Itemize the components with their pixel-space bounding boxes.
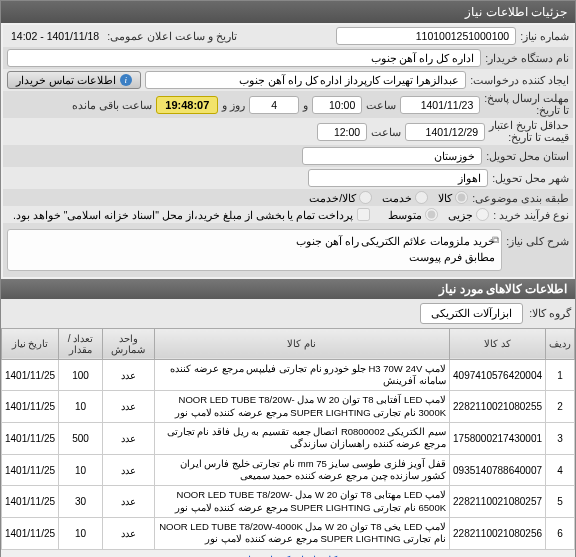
deadline-date: 1401/11/23 [400, 96, 480, 114]
table-cell: 2282110021080257 [450, 486, 546, 518]
desc-label: شرح کلی نیاز: [506, 229, 569, 247]
description-text: خرید ملزومات علائم الکتریکی راه آهن جنوب… [296, 235, 496, 263]
table-cell: 4 [546, 454, 575, 486]
days-label: روز و [222, 99, 245, 111]
requester-value: عبدالزهرا تهیرات کارپرداز اداره کل راه آ… [145, 71, 466, 89]
table-row[interactable]: 31758000217430001سیم الکتریکی R0800002 ا… [2, 423, 575, 455]
col-header: تاریخ نیاز [2, 328, 59, 359]
table-cell: 10 [59, 454, 103, 486]
table-cell: قفل آویز فلزی طوسی سایز mm 75 نام تجارتی… [154, 454, 449, 486]
time-label-2: ساعت [371, 126, 401, 138]
items-table: ردیفکد کالانام کالاواحد شمارشتعداد / مقد… [1, 328, 575, 550]
province-label: استان محل تحویل: [486, 150, 569, 162]
requester-label: ایجاد کننده درخواست: [470, 74, 569, 86]
table-cell: عدد [103, 359, 155, 391]
table-cell: لامپ H3 70W 24V جلو خودرو نام تجارتی فیل… [154, 359, 449, 391]
remain-label: ساعت باقی مانده [72, 99, 152, 111]
items-section-header: اطلاعات کالاهای مورد نیاز [1, 279, 575, 299]
description-box: ⧉ خرید ملزومات علائم الکتریکی راه آهن جن… [7, 229, 502, 271]
need-no-label: شماره نیاز: [520, 30, 569, 42]
days-value: 4 [249, 96, 299, 114]
group-value: ابزارآلات الکتریکی [420, 303, 523, 324]
process-radio-group: جزیی متوسط [388, 208, 489, 221]
validity-label: حداقل تاریخ اعتبار [489, 120, 569, 132]
buyer-label: نام دستگاه خریدار: [485, 52, 569, 64]
process-label: نوع فرآیند خرید : [493, 209, 569, 221]
table-cell: 1 [546, 359, 575, 391]
table-cell: 1401/11/25 [2, 486, 59, 518]
table-cell: 10 [59, 391, 103, 423]
table-cell: 4097410576420004 [450, 359, 546, 391]
table-cell: لامپ LED آفتابی T8 توان W 20 مدل NOOR LE… [154, 391, 449, 423]
deadline-time: 10:00 [312, 96, 362, 114]
table-cell: 2282110021080255 [450, 391, 546, 423]
deadline-until-label: تا تاریخ: [484, 105, 569, 117]
contact-button[interactable]: i اطلاعات تماس خریدار [7, 71, 141, 89]
category-radio-group: کالا خدمت کالا/خدمت [309, 191, 468, 204]
table-cell: 5 [546, 486, 575, 518]
table-row[interactable]: 62282110021080256لامپ LED یخی T8 توان W … [2, 518, 575, 550]
table-cell: 500 [59, 423, 103, 455]
province-value: خوزستان [302, 147, 482, 165]
radio-goods[interactable]: کالا [438, 191, 468, 204]
table-cell: 100 [59, 359, 103, 391]
table-cell: لامپ LED یخی T8 توان W 20 مدل NOOR LED T… [154, 518, 449, 550]
table-cell: 3 [546, 423, 575, 455]
radio-small[interactable]: جزیی [448, 208, 489, 221]
time-label-1: ساعت [366, 99, 396, 111]
treasury-checkbox[interactable]: پرداخت تمام یا بخشی از مبلغ خرید،از محل … [13, 208, 370, 221]
window-title: جزئیات اطلاعات نیاز [1, 1, 575, 23]
deadline-label: مهلت ارسال پاسخ: [484, 93, 569, 105]
col-header: ردیف [546, 328, 575, 359]
table-cell: 1401/11/25 [2, 518, 59, 550]
city-value: اهواز [308, 169, 488, 187]
table-cell: 6 [546, 518, 575, 550]
table-cell: 10 [59, 518, 103, 550]
table-cell: 1401/11/25 [2, 359, 59, 391]
category-label: طبقه بندی موضوعی: [472, 192, 569, 204]
timer-value: 19:48:07 [156, 96, 218, 114]
table-cell: سیم الکتریکی R0800002 اتصال جعبه تقسیم ب… [154, 423, 449, 455]
col-header: تعداد / مقدار [59, 328, 103, 359]
table-cell: 1758000217430001 [450, 423, 546, 455]
validity-date: 1401/12/29 [405, 123, 485, 141]
radio-service[interactable]: خدمت [382, 191, 428, 204]
group-label: گروه کالا: [529, 307, 571, 319]
col-header: واحد شمارش [103, 328, 155, 359]
radio-both[interactable]: کالا/خدمت [309, 191, 372, 204]
table-cell: 1401/11/25 [2, 454, 59, 486]
table-cell: 2 [546, 391, 575, 423]
table-cell: عدد [103, 486, 155, 518]
table-row[interactable]: 14097410576420004لامپ H3 70W 24V جلو خود… [2, 359, 575, 391]
table-cell: عدد [103, 391, 155, 423]
table-cell: عدد [103, 423, 155, 455]
copy-icon[interactable]: ⧉ [492, 232, 499, 247]
validity-time: 12:00 [317, 123, 367, 141]
buyer-value: اداره کل راه آهن جنوب [7, 49, 481, 67]
and-label: و [303, 99, 308, 111]
table-cell: 1401/11/25 [2, 391, 59, 423]
table-row[interactable]: 40935140788640007قفل آویز فلزی طوسی سایز… [2, 454, 575, 486]
table-cell: 1401/11/25 [2, 423, 59, 455]
table-row[interactable]: 52282110021080257لامپ LED مهتابی T8 توان… [2, 486, 575, 518]
announce-label: تاریخ و ساعت اعلان عمومی: [107, 30, 237, 42]
contact-button-label: اطلاعات تماس خریدار [16, 74, 116, 86]
similar-codes-link[interactable]: کلیه ایران کدها مشابه [1, 550, 575, 557]
city-label: شهر محل تحویل: [492, 172, 569, 184]
col-header: نام کالا [154, 328, 449, 359]
table-row[interactable]: 22282110021080255لامپ LED آفتابی T8 توان… [2, 391, 575, 423]
table-cell: 2282110021080256 [450, 518, 546, 550]
announce-value: 1401/11/18 - 14:02 [7, 30, 103, 42]
table-cell: عدد [103, 518, 155, 550]
validity-sub-label: قیمت تا تاریخ: [489, 132, 569, 144]
radio-medium[interactable]: متوسط [388, 208, 438, 221]
table-cell: 30 [59, 486, 103, 518]
table-cell: عدد [103, 454, 155, 486]
table-cell: 0935140788640007 [450, 454, 546, 486]
need-no-value: 1101001251000100 [336, 27, 516, 45]
info-icon: i [120, 74, 132, 86]
col-header: کد کالا [450, 328, 546, 359]
table-cell: لامپ LED مهتابی T8 توان W 20 مدل NOOR LE… [154, 486, 449, 518]
